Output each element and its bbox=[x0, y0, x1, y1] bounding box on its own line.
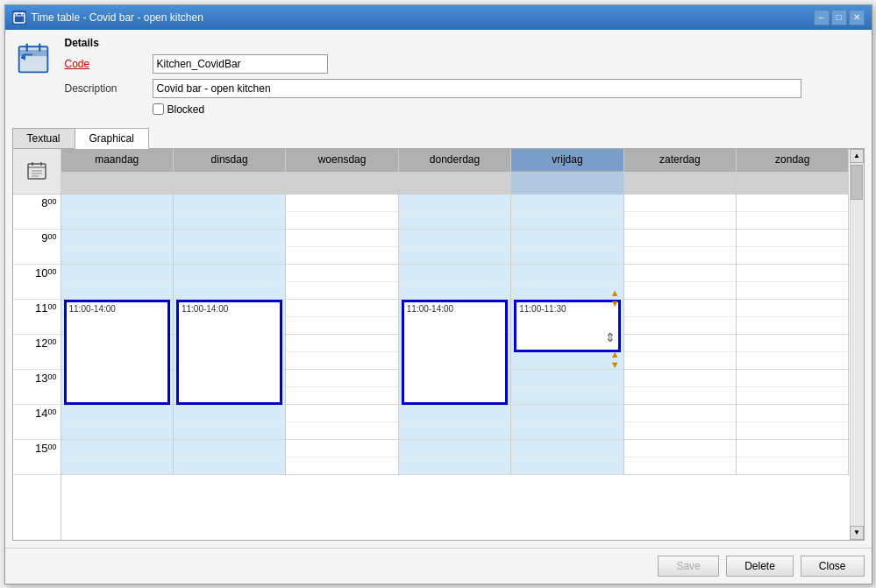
day-header-maandag: maandag bbox=[61, 149, 174, 195]
time-slot-15: 1500 bbox=[13, 440, 61, 475]
window-body: Details Code Description Blocked Textual bbox=[5, 30, 872, 548]
blocked-checkbox[interactable] bbox=[153, 103, 164, 115]
time-slot-12: 1200 bbox=[13, 335, 61, 370]
day-header-woensdag: woensdag bbox=[286, 149, 398, 195]
time-slot-8: 800 bbox=[13, 195, 61, 230]
description-label: Description bbox=[65, 82, 153, 95]
scroll-down-button[interactable]: ▼ bbox=[850, 526, 864, 540]
blocked-label: Blocked bbox=[167, 103, 205, 116]
block-dinsdag[interactable]: 11:00-14:00 bbox=[176, 300, 282, 405]
arrow-down-indicator-bottom: ▼ bbox=[610, 359, 620, 370]
code-input[interactable] bbox=[153, 54, 328, 74]
day-header-vrijdag: vrijdag bbox=[511, 149, 623, 195]
calendar-grid: 800 900 1000 1100 1200 1300 1400 1500 bbox=[13, 149, 864, 540]
day-col-zaterdag[interactable] bbox=[624, 195, 737, 475]
block-maandag[interactable]: 11:00-14:00 bbox=[64, 300, 170, 405]
close-button-footer[interactable]: Close bbox=[801, 556, 865, 577]
window-title: Time table - Covid bar - open kitchen bbox=[32, 11, 203, 24]
arrow-up-indicator-bottom: ▲ bbox=[610, 349, 620, 359]
day-header-zondag: zondag bbox=[737, 149, 849, 195]
description-row: Description bbox=[65, 79, 865, 98]
time-slot-9: 900 bbox=[13, 230, 61, 265]
day-col-zondag[interactable] bbox=[737, 195, 849, 475]
day-col-maandag[interactable]: 11:00-14:00 bbox=[61, 195, 174, 475]
title-controls: – □ ✕ bbox=[814, 10, 865, 25]
scroll-thumb[interactable] bbox=[851, 165, 863, 200]
day-header-zaterdag: zaterdag bbox=[624, 149, 737, 195]
move-cursor: ⇕ bbox=[605, 330, 616, 344]
time-slot-13: 1300 bbox=[13, 370, 61, 405]
app-header: Details Code Description Blocked bbox=[12, 37, 865, 121]
block-vrijdag[interactable]: 11:00-11:30 ⇕ bbox=[514, 300, 620, 352]
day-col-donderdag[interactable]: 11:00-14:00 bbox=[399, 195, 511, 475]
save-button[interactable]: Save bbox=[658, 556, 719, 577]
maximize-button[interactable]: □ bbox=[831, 10, 847, 25]
close-button[interactable]: ✕ bbox=[849, 10, 865, 25]
title-bar-left: Time table - Covid bar - open kitchen bbox=[12, 11, 203, 25]
time-icon bbox=[26, 160, 47, 181]
day-header-dinsdag: dinsdag bbox=[174, 149, 286, 195]
code-label[interactable]: Code bbox=[65, 58, 153, 70]
block-donderdag[interactable]: 11:00-14:00 bbox=[402, 300, 508, 405]
details-section: Details Code Description Blocked bbox=[65, 37, 865, 121]
svg-rect-0 bbox=[14, 13, 25, 23]
calendar-content: 800 900 1000 1100 1200 1300 1400 1500 bbox=[12, 148, 865, 541]
time-slot-11: 1100 bbox=[13, 300, 61, 335]
scrollbar[interactable]: ▲ ▼ bbox=[850, 149, 864, 540]
day-col-woensdag[interactable] bbox=[286, 195, 398, 475]
large-app-icon bbox=[12, 37, 54, 79]
day-header-donderdag: donderdag bbox=[399, 149, 511, 195]
scroll-track[interactable] bbox=[851, 163, 864, 526]
time-slots: 800 900 1000 1100 1200 1300 1400 1500 bbox=[13, 195, 61, 475]
details-heading: Details bbox=[65, 37, 865, 49]
day-col-dinsdag[interactable]: 11:00-14:00 bbox=[174, 195, 286, 475]
tabs-container: Textual Graphical bbox=[12, 128, 865, 149]
minimize-button[interactable]: – bbox=[814, 10, 830, 25]
arrow-up-indicator: ▲ bbox=[610, 287, 620, 298]
code-row: Code bbox=[65, 54, 865, 74]
delete-button[interactable]: Delete bbox=[726, 556, 794, 577]
time-slot-10: 1000 bbox=[13, 265, 61, 300]
time-column: 800 900 1000 1100 1200 1300 1400 1500 bbox=[13, 149, 61, 540]
title-bar: Time table - Covid bar - open kitchen – … bbox=[5, 5, 872, 30]
scroll-up-button[interactable]: ▲ bbox=[850, 149, 864, 163]
arrow-down-indicator-top: ▼ bbox=[610, 298, 620, 308]
tab-graphical[interactable]: Graphical bbox=[75, 128, 149, 149]
time-slot-14: 1400 bbox=[13, 405, 61, 440]
app-icon bbox=[12, 11, 26, 25]
main-window: Time table - Covid bar - open kitchen – … bbox=[4, 4, 872, 584]
tab-textual[interactable]: Textual bbox=[12, 128, 75, 149]
days-header: maandag dinsdag woensdag donderdag bbox=[61, 149, 850, 195]
day-col-vrijdag[interactable]: ▲ ▼ 11:00-11:30 ⇕ ▲ ▼ bbox=[511, 195, 623, 475]
description-input[interactable] bbox=[153, 79, 801, 98]
footer: Save Delete Close bbox=[5, 548, 872, 584]
blocked-row: Blocked bbox=[153, 103, 865, 116]
days-body: 11:00-14:00 bbox=[61, 195, 850, 475]
days-area[interactable]: maandag dinsdag woensdag donderdag bbox=[61, 149, 850, 540]
time-header bbox=[13, 149, 61, 195]
